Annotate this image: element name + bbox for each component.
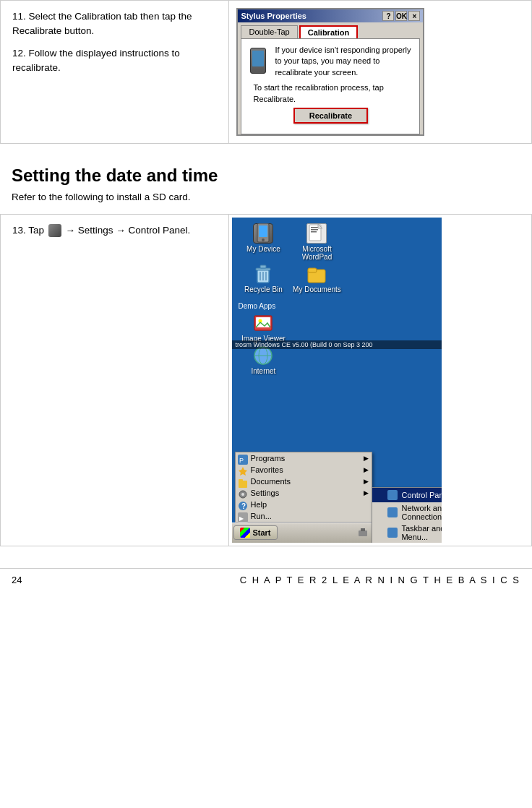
recalibrate-button[interactable]: Recalibrate: [293, 108, 368, 124]
wince-desktop: My Device: [232, 218, 442, 543]
windows-logo: [240, 528, 250, 538]
settings-submenu: Control Panel Network and Dial-up Connec…: [372, 487, 442, 543]
demo-apps-label: Demo Apps: [232, 299, 442, 311]
menu-run[interactable]: ▶ Run...: [236, 510, 372, 522]
chapter-label: C H A P T E R 2 L E A R N I N G T H E B …: [240, 575, 520, 585]
help-label: Help: [250, 500, 267, 509]
control-panel-label: Control Panel: [401, 491, 442, 499]
network-label: Network and Dial-up Connections: [401, 504, 442, 521]
svg-rect-16: [308, 268, 317, 272]
device-screen: [252, 51, 264, 66]
stylus-dialog: Stylus Properties ? OK × Double-Tap Cali…: [236, 8, 424, 136]
tab-calibration[interactable]: Calibration: [299, 25, 358, 38]
svg-text:?: ?: [241, 502, 246, 510]
recalibrate-instruction: To start the recalibration process, tap …: [253, 82, 408, 105]
taskbar-label: Taskbar and Start Menu...: [401, 524, 442, 541]
device-icon-img: [253, 223, 273, 244]
dialog-body-text: If your device isn't responding properly…: [275, 45, 413, 78]
section-subtext: Refer to the following to install a SD c…: [12, 192, 520, 202]
start-menu: P Programs ▶ Favorites ▶: [235, 452, 372, 523]
recycle-bin-icon[interactable]: Recycle Bin: [238, 264, 288, 293]
menu-favorites[interactable]: Favorites ▶: [236, 464, 372, 476]
internet-icon[interactable]: Internet: [238, 345, 288, 375]
menu-help[interactable]: ? Help: [236, 499, 372, 510]
svg-rect-6: [311, 231, 317, 233]
svg-point-29: [241, 493, 244, 496]
wordpad-label: Microsoft WordPad: [291, 245, 342, 261]
help-button[interactable]: ?: [382, 11, 394, 21]
device-shape: [250, 48, 266, 74]
recalibrate-btn-wrapper: Recalibrate: [253, 108, 408, 124]
svg-rect-11: [260, 265, 266, 268]
dialog-cell: Stylus Properties ? OK × Double-Tap Cali…: [229, 1, 532, 144]
svg-rect-1: [259, 225, 267, 237]
svg-rect-31: [387, 507, 398, 517]
svg-point-2: [262, 238, 265, 241]
dialog-title: Stylus Properties: [241, 12, 306, 20]
step-text: 11. Select the Calibration tab then tap …: [12, 9, 217, 75]
dialog-titlebar: Stylus Properties ? OK ×: [238, 9, 423, 22]
tab-double-tap[interactable]: Double-Tap: [241, 25, 297, 38]
svg-rect-27: [239, 479, 243, 482]
recycle-bin-img: [253, 264, 273, 284]
start-label: Start: [252, 528, 270, 537]
submenu-control-panel[interactable]: Control Panel: [372, 488, 442, 502]
svg-text:P: P: [239, 457, 244, 464]
my-device-icon[interactable]: My Device: [238, 223, 288, 261]
desktop-icons: My Device: [232, 218, 442, 299]
submenu-network[interactable]: Network and Dial-up Connections: [372, 502, 442, 523]
svg-rect-30: [387, 490, 398, 500]
image-viewer-img: [253, 313, 273, 333]
menu-documents[interactable]: Documents ▶: [236, 476, 372, 487]
my-device-label: My Device: [246, 245, 280, 253]
ce-infobar: trosm Windows CE v5.00 (Build 0 on Sep 3…: [232, 340, 442, 349]
svg-rect-5: [311, 229, 318, 231]
step13-prefix: 13. Tap: [12, 225, 44, 236]
settings-arrow: ▶: [364, 489, 369, 497]
documents-label: Documents: [250, 477, 291, 486]
step-12: 12. Follow the displayed instructions to…: [12, 46, 217, 76]
my-documents-img: [306, 264, 327, 284]
step13-text-cell: 13. Tap → Settings → Control Panel.: [1, 214, 229, 546]
start-button[interactable]: Start: [233, 525, 277, 540]
settings-label: Settings: [250, 489, 279, 497]
dialog-body: If your device isn't responding properly…: [241, 38, 420, 134]
my-documents-label: My Documents: [293, 285, 341, 293]
top-table: 11. Select the Calibration tab then tap …: [0, 0, 532, 144]
settings-icon: [48, 224, 61, 237]
close-button[interactable]: ×: [408, 11, 420, 21]
svg-rect-37: [359, 530, 367, 536]
step13-text: 13. Tap → Settings → Control Panel.: [12, 223, 217, 238]
wordpad-icon[interactable]: Microsoft WordPad: [291, 223, 342, 261]
recycle-bin-label: Recycle Bin: [244, 285, 283, 293]
menu-programs[interactable]: P Programs ▶: [236, 452, 372, 464]
ok-button[interactable]: OK: [395, 11, 407, 21]
svg-rect-4: [311, 227, 318, 228]
dialog-body-content: If your device isn't responding properly…: [247, 45, 413, 78]
submenu-taskbar[interactable]: Taskbar and Start Menu...: [372, 523, 442, 543]
desktop-cell: My Device: [229, 214, 532, 546]
page-footer: 24 C H A P T E R 2 L E A R N I N G T H E…: [0, 568, 532, 591]
svg-marker-25: [239, 467, 247, 476]
menu-settings[interactable]: Settings ▶ Control Panel Networ: [236, 487, 372, 499]
run-label: Run...: [250, 512, 271, 520]
step-11: 11. Select the Calibration tab then tap …: [12, 9, 217, 39]
section-heading: Setting the date and time: [12, 166, 520, 186]
svg-rect-18: [256, 317, 270, 327]
svg-rect-38: [361, 528, 365, 531]
bottom-table: 13. Tap → Settings → Control Panel.: [0, 214, 532, 546]
dialog-tabs: Double-Tap Calibration: [238, 22, 423, 38]
device-icon: [247, 45, 269, 78]
my-documents-icon[interactable]: My Documents: [291, 264, 342, 293]
titlebar-buttons: ? OK ×: [382, 11, 420, 21]
documents-arrow: ▶: [364, 478, 369, 485]
demo-icon-row: Image Viewer: [232, 311, 442, 344]
programs-arrow: ▶: [364, 455, 369, 462]
steps-cell: 11. Select the Calibration tab then tap …: [1, 1, 229, 144]
image-viewer-icon[interactable]: Image Viewer: [238, 313, 288, 343]
programs-label: Programs: [250, 454, 285, 463]
step13-rest: → Settings → Control Panel.: [66, 225, 191, 236]
wordpad-icon-img: [306, 223, 327, 244]
favorites-label: Favorites: [250, 465, 283, 474]
page-container: 11. Select the Calibration tab then tap …: [0, 0, 532, 591]
